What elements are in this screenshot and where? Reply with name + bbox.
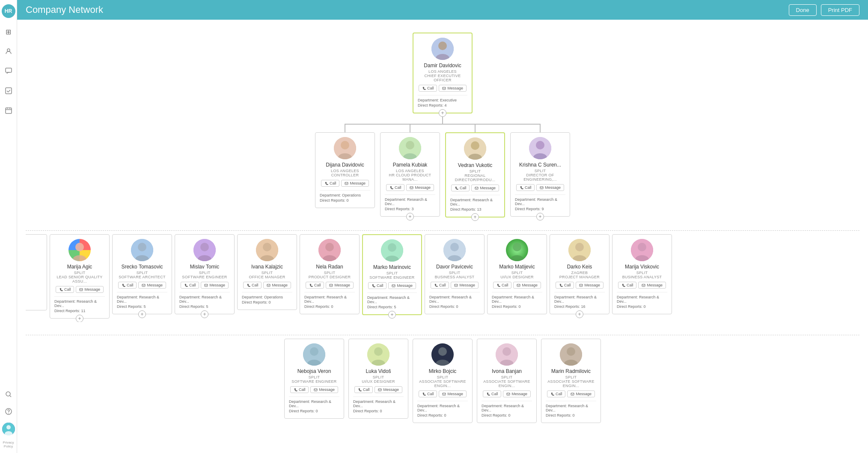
sidebar-icon-grid[interactable]: ⊞	[3, 26, 15, 38]
l2-marija-v-col: Marija Viskovic SPLIT BUSINESS ANALYST C…	[612, 234, 672, 314]
level2-container: Marija Agic SPLIT LEAD SENIOR QUALITY AS…	[26, 231, 859, 322]
card-luka[interactable]: Luka Vidoš SPLIT UI/UX DESIGNER Call Mes…	[348, 339, 408, 419]
l2-nela-col: Nela Radan SPLIT PRODUCT DESIGNER Call M…	[300, 234, 360, 314]
msg-marija-a[interactable]: Message	[76, 286, 104, 293]
svg-rect-3	[6, 108, 12, 113]
call-davor[interactable]: Call	[431, 282, 449, 289]
msg-dijana[interactable]: Message	[341, 180, 369, 187]
actions-pamela: Call Message	[385, 184, 435, 191]
card-srecko[interactable]: Srecko Tomasovic SPLIT SOFTWARE ARCHITEC…	[112, 234, 172, 314]
expand-srecko[interactable]: +	[138, 310, 146, 318]
print-pdf-button[interactable]: Print PDF	[821, 4, 859, 16]
sidebar-icon-person[interactable]	[3, 45, 15, 57]
sidebar-icon-check[interactable]	[3, 85, 15, 97]
msg-vedran[interactable]: Message	[471, 185, 499, 191]
call-pamela[interactable]: Call	[386, 184, 405, 191]
avatar-ivona	[496, 343, 518, 366]
expand-krishna[interactable]: +	[536, 213, 544, 221]
expand-marko[interactable]: +	[388, 311, 396, 319]
sidebar-icon-chat[interactable]	[3, 65, 15, 77]
card-marija-v[interactable]: Marija Viskovic SPLIT BUSINESS ANALYST C…	[612, 234, 672, 314]
hr-logo[interactable]: HR	[2, 4, 15, 18]
card-nebojsa[interactable]: Nebojsa Veron SPLIT SOFTWARE ENGINEER Ca…	[284, 339, 344, 419]
name-mislav: Mislav Tomic	[179, 264, 230, 270]
privacy-policy-label[interactable]: Privacy Policy	[0, 441, 17, 449]
msg-marin[interactable]: Message	[567, 390, 595, 397]
msg-mirko[interactable]: Message	[439, 390, 467, 397]
v-line-vedran	[475, 124, 476, 132]
call-ivona[interactable]: Call	[483, 390, 502, 397]
msg-nebojsa[interactable]: Message	[310, 386, 338, 393]
card-darko[interactable]: Darko Keis ZAGREB PROJECT MANAGER Call M…	[550, 234, 609, 314]
call-mirko[interactable]: Call	[419, 390, 437, 397]
msg-marko-m[interactable]: Message	[513, 282, 541, 289]
card-marija-a[interactable]: Marija Agic SPLIT LEAD SENIOR QUALITY AS…	[50, 234, 110, 319]
card-mislav[interactable]: Mislav Tomic SPLIT SOFTWARE ENGINEER Cal…	[175, 234, 235, 314]
msg-marija-v[interactable]: Message	[638, 282, 666, 289]
msg-luka[interactable]: Message	[375, 386, 402, 393]
card-pamela[interactable]: Pamela Kubiak LOS ANGELES HR CLOUD PRODU…	[380, 132, 440, 217]
svg-rect-37	[142, 284, 145, 286]
level3-container: Nebojsa Veron SPLIT SOFTWARE ENGINEER Ca…	[26, 335, 859, 426]
ceo-card[interactable]: Damir Davidovic LOS ANGELES CHIEF EXECUT…	[413, 33, 473, 113]
card-vedran[interactable]: Vedran Vukotic SPLIT REGIONAL DIRECTOR/P…	[445, 132, 505, 218]
ceo-call-btn[interactable]: Call	[419, 85, 437, 92]
call-vedran[interactable]: Call	[451, 185, 470, 191]
expand-darko[interactable]: +	[576, 310, 583, 318]
msg-pamela[interactable]: Message	[406, 184, 434, 191]
call-srecko[interactable]: Call	[118, 282, 137, 289]
svg-rect-25	[475, 187, 478, 189]
call-ivana[interactable]: Call	[243, 282, 262, 289]
msg-ivona[interactable]: Message	[503, 390, 531, 397]
msg-srecko[interactable]: Message	[138, 282, 166, 289]
expand-pamela[interactable]: +	[406, 213, 414, 221]
sidebar-icon-help[interactable]	[3, 405, 15, 417]
card-marko-m[interactable]: Marko Matijevic SPLIT UI/UX DESIGNER Cal…	[487, 234, 547, 314]
done-button[interactable]: Done	[789, 4, 817, 16]
card-krishna[interactable]: Krishna C Suren... SPLIT DIRECTOR OF ENG…	[510, 132, 570, 217]
call-dijana[interactable]: Call	[321, 180, 340, 187]
msg-nela[interactable]: Message	[326, 282, 354, 289]
call-nebojsa[interactable]: Call	[290, 386, 309, 393]
loc-marija-a: SPLIT	[54, 271, 105, 275]
msg-mislav[interactable]: Message	[201, 282, 229, 289]
card-ivana[interactable]: Ivana Kalajzic SPLIT OFFICE MANAGER Call…	[237, 234, 297, 310]
ceo-message-btn[interactable]: Message	[439, 85, 467, 92]
call-marija-v[interactable]: Call	[618, 282, 637, 289]
title-nebojsa: SOFTWARE ENGINEER	[289, 379, 339, 384]
sidebar-icon-calendar[interactable]	[3, 104, 15, 116]
msg-davor[interactable]: Message	[451, 282, 479, 289]
card-ivona[interactable]: Ivona Banjan SPLIT ASSOCIATE SOFTWARE EN…	[477, 339, 537, 423]
user-avatar[interactable]	[2, 423, 15, 435]
ceo-expand[interactable]: +	[439, 109, 446, 117]
ceo-row: Damir Davidovic LOS ANGELES CHIEF EXECUT…	[413, 33, 473, 113]
l2-ivana-col: Ivana Kalajzic SPLIT OFFICE MANAGER Call…	[237, 234, 297, 310]
card-marko[interactable]: Marko Marinovic SPLIT SOFTWARE ENGINEER …	[362, 234, 422, 315]
expand-mislav[interactable]: +	[201, 310, 208, 318]
call-marija-a[interactable]: Call	[56, 286, 74, 293]
title-mirko: ASSOCIATE SOFTWARE ENGIN...	[417, 379, 468, 388]
msg-krishna[interactable]: Message	[536, 184, 564, 191]
loc-mirko: SPLIT	[417, 375, 468, 379]
card-mirko[interactable]: Mirko Bojcic SPLIT ASSOCIATE SOFTWARE EN…	[413, 339, 473, 423]
call-marin[interactable]: Call	[547, 390, 566, 397]
card-nela[interactable]: Nela Radan SPLIT PRODUCT DESIGNER Call M…	[300, 234, 360, 314]
call-darko[interactable]: Call	[556, 282, 574, 289]
card-dijana[interactable]: Dijana Davidovic LOS ANGELES CONTROLLER …	[315, 132, 375, 208]
call-krishna[interactable]: Call	[516, 184, 535, 191]
expand-marija-a[interactable]: +	[76, 315, 83, 322]
svg-point-39	[200, 243, 209, 251]
call-nela[interactable]: Call	[306, 282, 324, 289]
call-mislav[interactable]: Call	[181, 282, 199, 289]
expand-vedran[interactable]: +	[471, 213, 479, 221]
sidebar-icon-search[interactable]	[3, 388, 15, 400]
call-marko-m[interactable]: Call	[493, 282, 512, 289]
msg-marko[interactable]: Message	[388, 282, 416, 289]
card-davor[interactable]: Davor Pavicevic SPLIT BUSINESS ANALYST C…	[425, 234, 485, 314]
svg-rect-2	[6, 88, 12, 94]
msg-darko[interactable]: Message	[576, 282, 603, 289]
msg-ivana[interactable]: Message	[263, 282, 291, 289]
call-marko[interactable]: Call	[368, 282, 387, 289]
call-luka[interactable]: Call	[354, 386, 373, 393]
card-marin[interactable]: Marin Radmilovic SPLIT ASSOCIATE SOFTWAR…	[541, 339, 601, 423]
